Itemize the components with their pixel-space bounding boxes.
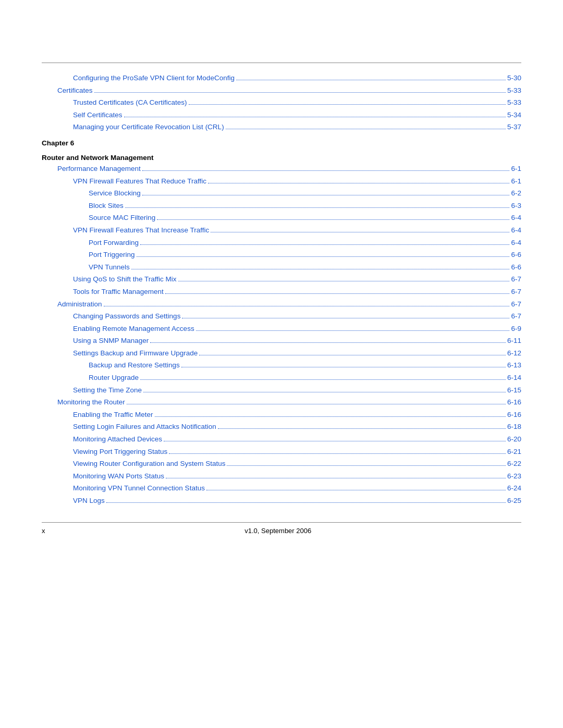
toc-link[interactable]: Administration [57,299,102,310]
toc-dots [208,183,509,183]
toc-dots [218,428,506,429]
toc-row: Source MAC Filtering6-4 [42,212,521,224]
toc-page-number: 6-18 [507,421,521,433]
toc-dots [226,129,506,129]
toc-page-number: 6-13 [507,360,521,371]
toc-link[interactable]: Service Blocking [89,188,141,199]
toc-page-number: 6-16 [507,397,521,408]
toc-link[interactable]: Monitoring WAN Ports Status [73,471,164,482]
toc-row: Block Sites6-3 [42,200,521,212]
toc-dots [137,256,510,257]
toc-dots [124,117,506,117]
toc-row: Administration6-7 [42,299,521,310]
toc-dots [206,490,506,490]
toc-dots [104,306,510,306]
toc-page-number: 6-21 [507,446,521,458]
toc-link[interactable]: Monitoring the Router [57,397,125,408]
toc-dots [227,465,506,466]
toc-link[interactable]: VPN Firewall Features That Reduce Traffi… [73,176,206,187]
toc-link[interactable]: VPN Logs [73,495,105,507]
toc-dots [181,367,506,367]
toc-link[interactable]: Tools for Traffic Management [73,286,164,298]
page: Configuring the ProSafe VPN Client for M… [0,63,563,728]
chapter-title: Router and Network Management [42,153,521,162]
toc-row: Self Certificates5-34 [42,109,521,121]
toc-page-number: 6-4 [511,237,521,249]
toc-link[interactable]: Setting Login Failures and Attacks Notif… [73,421,216,433]
toc-link[interactable]: Viewing Port Triggering Status [73,446,167,458]
toc-page-number: 6-3 [511,200,521,212]
toc-link[interactable]: Certificates [57,85,93,96]
toc-page-number: 6-1 [511,176,521,187]
toc-link[interactable]: Using a SNMP Manager [73,335,149,347]
toc-row: VPN Firewall Features That Reduce Traffi… [42,176,521,187]
toc-page-number: 6-22 [507,458,521,470]
toc-link[interactable]: Configuring the ProSafe VPN Client for M… [73,72,235,84]
toc-row: Enabling the Traffic Meter6-16 [42,409,521,421]
chapter-label: Chapter 6 [42,138,521,147]
toc-row: VPN Logs6-25 [42,495,521,507]
toc-link[interactable]: Setting the Time Zone [73,385,142,396]
toc-page-number: 6-11 [507,335,521,347]
toc-row: Port Forwarding6-4 [42,237,521,249]
toc-link[interactable]: Enabling the Traffic Meter [73,409,153,421]
toc-dots [106,502,506,503]
toc-dots [182,318,509,318]
toc-link[interactable]: Changing Passwords and Settings [73,311,180,322]
toc-page-number: 6-20 [507,434,521,445]
toc-page-number: 5-30 [507,72,521,84]
toc-link[interactable]: Backup and Restore Settings [89,360,180,371]
toc-dots [196,330,510,331]
toc-dots [140,379,506,380]
toc-dots [143,392,506,392]
toc-link[interactable]: Monitoring Attached Devices [73,434,162,445]
toc-page-number: 6-9 [511,323,521,335]
toc-dots [166,478,506,478]
toc-link[interactable]: Self Certificates [73,109,123,121]
footer: x v1.0, September 2006 [42,527,521,535]
toc-page-number: 6-7 [511,286,521,298]
toc-dots [125,207,510,208]
toc-dots [94,92,506,93]
toc-dots [236,80,506,80]
toc-link[interactable]: VPN Tunnels [89,262,130,273]
toc-row: Settings Backup and Firmware Upgrade6-12 [42,348,521,359]
toc-page-number: 5-33 [507,97,521,108]
toc-page-number: 6-15 [507,385,521,396]
toc-link[interactable]: Router Upgrade [89,372,139,384]
toc-row: Changing Passwords and Settings6-7 [42,311,521,322]
footer-version: v1.0, September 2006 [45,527,511,535]
toc-page-number: 6-2 [511,188,521,199]
toc-link[interactable]: Managing your Certificate Revocation Lis… [73,121,224,133]
toc-link[interactable]: Viewing Router Configuration and System … [73,458,225,470]
toc-row: Enabling Remote Management Access6-9 [42,323,521,335]
toc-link[interactable]: Settings Backup and Firmware Upgrade [73,348,198,359]
toc-page-number: 6-24 [507,483,521,494]
toc-dots [169,453,506,454]
toc-dots [131,269,510,269]
toc-link[interactable]: Monitoring VPN Tunnel Connection Status [73,483,205,494]
toc-dots [142,195,510,195]
toc-link[interactable]: Performance Management [57,163,141,175]
bottom-rule [42,522,521,523]
toc-row: Performance Management6-1 [42,163,521,175]
toc-link[interactable]: Source MAC Filtering [89,212,155,224]
toc-row: Trusted Certificates (CA Certificates)5-… [42,97,521,108]
toc-link[interactable]: Port Triggering [89,249,135,261]
toc-row: Router Upgrade6-14 [42,372,521,384]
toc-link[interactable]: Using QoS to Shift the Traffic Mix [73,274,177,285]
toc-link[interactable]: Port Forwarding [89,237,139,249]
toc-link[interactable]: VPN Firewall Features That Increase Traf… [73,225,209,236]
toc-page-number: 5-33 [507,85,521,96]
toc-dots [199,355,506,355]
toc-page-number: 6-7 [511,311,521,322]
toc-dots [155,416,506,417]
toc-page-number: 6-16 [507,409,521,421]
toc-dots [127,404,506,404]
toc-row: Viewing Router Configuration and System … [42,458,521,470]
toc-link[interactable]: Block Sites [89,200,124,212]
toc-dots [150,342,506,343]
toc-row: Certificates5-33 [42,85,521,96]
toc-link[interactable]: Trusted Certificates (CA Certificates) [73,97,187,108]
toc-link[interactable]: Enabling Remote Management Access [73,323,194,335]
